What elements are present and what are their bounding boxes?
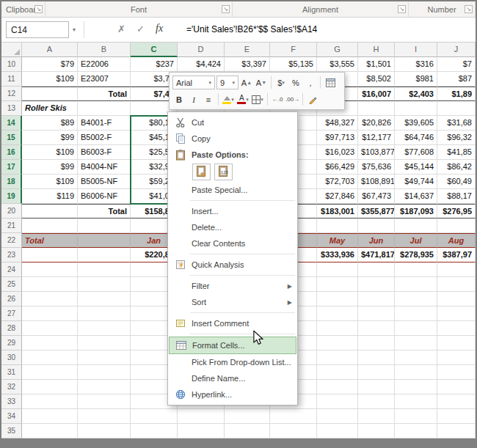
fill-color-button[interactable]: ▾ bbox=[222, 92, 235, 106]
cell-H32[interactable] bbox=[358, 380, 395, 394]
cell-J32[interactable] bbox=[437, 380, 476, 394]
cell-B14[interactable]: B4001-F bbox=[78, 116, 131, 131]
column-header-A[interactable]: A bbox=[22, 43, 78, 57]
menu-item-insert-comment[interactable]: Insert Comment bbox=[168, 315, 297, 331]
cell-I12[interactable]: $2,403 bbox=[395, 87, 437, 101]
cell-G16[interactable]: $16,023 bbox=[317, 145, 358, 160]
cell-B28[interactable] bbox=[78, 321, 131, 336]
cell-A17[interactable]: $99 bbox=[22, 160, 78, 175]
cell-H34[interactable] bbox=[358, 409, 395, 424]
cell-H29[interactable] bbox=[358, 336, 395, 350]
cell-G19[interactable]: $27,846 bbox=[317, 189, 358, 204]
row-header-11[interactable]: 11 bbox=[1, 72, 22, 87]
grow-font-button[interactable]: A▲ bbox=[240, 76, 253, 89]
cell-H22[interactable]: Jun bbox=[358, 233, 395, 248]
cell-J16[interactable]: $41,85 bbox=[437, 145, 476, 160]
menu-item-paste-options[interactable]: Paste Options: bbox=[168, 147, 297, 163]
row-header-35[interactable]: 35 bbox=[1, 424, 22, 438]
cell-J29[interactable] bbox=[437, 336, 476, 350]
cell-I30[interactable] bbox=[395, 350, 437, 365]
cell-A24[interactable] bbox=[22, 262, 78, 277]
cell-H11[interactable]: $8,502 bbox=[358, 72, 395, 87]
cell-I14[interactable]: $39,605 bbox=[395, 116, 437, 131]
cell-A10[interactable]: $79 bbox=[22, 57, 78, 72]
cell-H31[interactable] bbox=[358, 365, 395, 380]
cell-A32[interactable] bbox=[22, 380, 78, 394]
percent-button[interactable]: % bbox=[289, 76, 302, 89]
cell-C10[interactable]: $237 bbox=[131, 57, 178, 72]
cell-B23[interactable] bbox=[78, 248, 131, 262]
cell-J34[interactable] bbox=[437, 409, 476, 424]
cell-H16[interactable]: $103,877 bbox=[358, 145, 395, 160]
font-color-button[interactable]: A▾ bbox=[236, 92, 250, 106]
row-header-19[interactable]: 19 bbox=[1, 189, 22, 204]
menu-item-filter[interactable]: Filter▶ bbox=[168, 278, 297, 294]
row-header-13[interactable]: 13 bbox=[1, 101, 22, 116]
row-header-32[interactable]: 32 bbox=[1, 380, 22, 394]
cell-I17[interactable]: $45,144 bbox=[395, 160, 437, 175]
menu-item-define-name[interactable]: Define Name... bbox=[168, 370, 297, 386]
menu-item-copy[interactable]: Copy bbox=[168, 131, 297, 147]
cell-I13[interactable] bbox=[395, 101, 437, 116]
row-header-29[interactable]: 29 bbox=[1, 336, 22, 350]
cell-J23[interactable]: $387,97 bbox=[437, 248, 476, 262]
cell-J17[interactable]: $86,42 bbox=[437, 160, 476, 175]
row-header-26[interactable]: 26 bbox=[1, 292, 22, 306]
cell-B29[interactable] bbox=[78, 336, 131, 350]
cell-A29[interactable] bbox=[22, 336, 78, 350]
cell-G34[interactable] bbox=[317, 409, 358, 424]
accounting-format-button[interactable]: $▾ bbox=[274, 76, 288, 89]
column-header-E[interactable]: E bbox=[225, 43, 270, 57]
cell-A12[interactable] bbox=[22, 87, 78, 101]
cell-J11[interactable]: $87 bbox=[437, 72, 476, 87]
borders-button[interactable]: ▾ bbox=[251, 92, 264, 106]
cell-B30[interactable] bbox=[78, 350, 131, 365]
row-header-23[interactable]: 23 bbox=[1, 248, 22, 262]
row-header-10[interactable]: 10 bbox=[1, 57, 22, 72]
cell-F35[interactable] bbox=[270, 424, 317, 438]
cell-B25[interactable] bbox=[78, 277, 131, 292]
cell-D35[interactable] bbox=[178, 424, 225, 438]
cell-H28[interactable] bbox=[358, 321, 395, 336]
cell-G15[interactable]: $97,713 bbox=[317, 131, 358, 145]
cell-A14[interactable]: $89 bbox=[22, 116, 78, 131]
cell-I23[interactable]: $278,935 bbox=[395, 248, 437, 262]
cell-A15[interactable]: $99 bbox=[22, 131, 78, 145]
cell-G29[interactable] bbox=[317, 336, 358, 350]
cell-B22[interactable] bbox=[78, 233, 131, 248]
cell-I15[interactable]: $64,746 bbox=[395, 131, 437, 145]
cell-J21[interactable] bbox=[437, 219, 476, 233]
cell-A25[interactable] bbox=[22, 277, 78, 292]
cell-G26[interactable] bbox=[317, 292, 358, 306]
cell-B34[interactable] bbox=[78, 409, 131, 424]
cell-B12[interactable]: Total bbox=[78, 87, 131, 101]
cell-H23[interactable]: $471,817 bbox=[358, 248, 395, 262]
format-painter-button[interactable] bbox=[306, 92, 319, 106]
cell-H10[interactable]: $1,501 bbox=[358, 57, 395, 72]
cell-I29[interactable] bbox=[395, 336, 437, 350]
column-header-H[interactable]: H bbox=[358, 43, 395, 57]
cell-I21[interactable] bbox=[395, 219, 437, 233]
cell-D34[interactable] bbox=[178, 409, 225, 424]
row-header-17[interactable]: 17 bbox=[1, 160, 22, 175]
cell-J14[interactable]: $31,68 bbox=[437, 116, 476, 131]
cell-G22[interactable]: May bbox=[317, 233, 358, 248]
cell-J26[interactable] bbox=[437, 292, 476, 306]
cell-G10[interactable]: $3,555 bbox=[317, 57, 358, 72]
paste-values-button[interactable]: 123 bbox=[214, 164, 233, 180]
cell-I18[interactable]: $49,744 bbox=[395, 175, 437, 189]
row-header-12[interactable]: 12 bbox=[1, 87, 22, 101]
cell-B19[interactable]: B6006-NF bbox=[78, 189, 131, 204]
row-header-27[interactable]: 27 bbox=[1, 306, 22, 321]
cell-J30[interactable] bbox=[437, 350, 476, 365]
cell-J33[interactable] bbox=[437, 394, 476, 409]
cell-G35[interactable] bbox=[317, 424, 358, 438]
cell-G30[interactable] bbox=[317, 350, 358, 365]
cell-B20[interactable]: Total bbox=[78, 204, 131, 219]
cell-B17[interactable]: B4004-NF bbox=[78, 160, 131, 175]
cell-I10[interactable]: $316 bbox=[395, 57, 437, 72]
increase-decimal-button[interactable]: ←.0 bbox=[271, 92, 284, 106]
cell-J12[interactable]: $1,89 bbox=[437, 87, 476, 101]
column-header-I[interactable]: I bbox=[395, 43, 437, 57]
cell-B21[interactable] bbox=[78, 219, 131, 233]
